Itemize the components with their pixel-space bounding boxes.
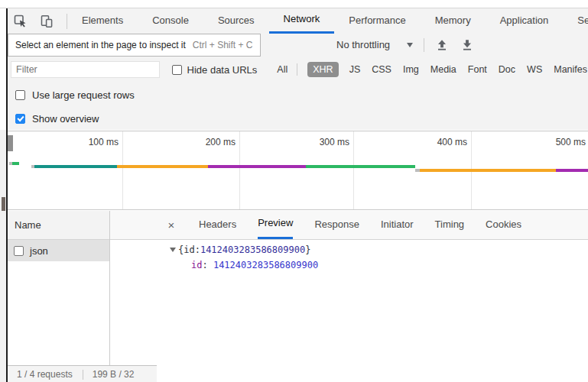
connect-phase-segment [420, 169, 556, 172]
device-toolbar-icon[interactable] [40, 15, 54, 28]
tab-headers[interactable]: Headers [199, 211, 236, 239]
ssl-phase-segment [556, 169, 588, 172]
tooltip-text: Select an element in the page to inspect… [15, 40, 186, 50]
show-overview-label[interactable]: Show overview [32, 113, 99, 125]
hide-data-urls-label[interactable]: Hide data URLs [187, 64, 258, 76]
chevron-down-icon[interactable] [407, 43, 413, 47]
use-large-rows-row: Use large request rows [8, 83, 588, 107]
name-column-header[interactable]: Name [8, 211, 109, 239]
panel-split-border[interactable] [109, 211, 110, 365]
preview-pane: {id: 1412403283586809900} id: 1412403283… [170, 242, 318, 273]
filter-pill-media[interactable]: Media [430, 62, 457, 77]
preview-summary-line: {id: 1412403283586809900} [170, 242, 318, 257]
use-large-request-rows-label[interactable]: Use large request rows [32, 89, 135, 101]
tab-network[interactable]: Network [269, 8, 335, 34]
summary-suffix: } [305, 242, 310, 257]
requests-list: json [8, 240, 109, 261]
preview-property-line[interactable]: id: 1412403283586809900 [170, 257, 318, 273]
pill-separator [297, 63, 297, 76]
property-value: 1412403283586809900 [213, 260, 318, 270]
tab-preview[interactable]: Preview [258, 211, 293, 239]
filter-bar: Hide data URLs All XHR JS CSS Img Media … [8, 56, 588, 84]
overview-bars [8, 131, 588, 209]
wait-phase-segment [12, 162, 19, 165]
show-overview-checkbox[interactable] [15, 114, 25, 124]
summary-value: 1412403283586809900 [200, 242, 305, 257]
panel-header-band: Name × Headers Preview Response Initiato… [8, 211, 588, 240]
request-name: json [30, 245, 48, 257]
filter-pill-ws[interactable]: WS [526, 62, 543, 77]
import-har-icon[interactable] [434, 37, 450, 53]
requests-count: 1 / 4 requests [17, 369, 73, 380]
filter-input[interactable] [11, 61, 160, 78]
network-action-bar: No throttling Select an elem [8, 34, 588, 57]
disclosure-triangle-icon[interactable] [170, 248, 176, 252]
tab-response[interactable]: Response [314, 211, 359, 239]
filter-pill-doc[interactable]: Doc [498, 62, 516, 77]
network-overview-timeline[interactable]: 100 ms 200 ms 300 ms 400 ms 500 ms [8, 131, 588, 210]
devtools-window: Elements Console Sources Network Perform… [0, 0, 588, 382]
tooltip-shortcut: Ctrl + Shift + C [193, 40, 253, 50]
overview-scroll-handle[interactable] [8, 135, 13, 151]
request-row-json[interactable]: json [8, 240, 109, 261]
connect-phase-segment [117, 165, 208, 168]
filter-pill-all[interactable]: All [276, 62, 288, 77]
inspect-tooltip: Select an element in the page to inspect… [8, 34, 261, 57]
throttling-cluster: No throttling [336, 34, 475, 56]
filter-pill-js[interactable]: JS [349, 62, 362, 77]
network-status-bar: 1 / 4 requests 199 B / 32 [8, 365, 157, 382]
filter-pill-css[interactable]: CSS [371, 62, 392, 77]
tab-performance[interactable]: Performance [334, 8, 420, 34]
main-toolbar: Elements Console Sources Network Perform… [8, 8, 588, 34]
tab-console[interactable]: Console [138, 8, 203, 34]
tab-security[interactable]: Se [563, 8, 588, 34]
close-icon[interactable]: × [165, 211, 177, 239]
main-tabs: Elements Console Sources Network Perform… [67, 8, 588, 34]
tab-application[interactable]: Application [486, 8, 564, 34]
property-separator: : [202, 260, 213, 270]
summary-separator: : [195, 242, 200, 257]
tab-initiator[interactable]: Initiator [381, 211, 414, 239]
show-overview-row: Show overview [8, 107, 588, 130]
page-above-devtools [0, 0, 588, 8]
export-har-icon[interactable] [460, 37, 475, 53]
status-separator [83, 370, 83, 380]
filter-pill-xhr[interactable]: XHR [307, 62, 338, 77]
summary-key: id [184, 242, 194, 257]
requests-and-details: Name × Headers Preview Response Initiato… [8, 211, 588, 382]
request-details-tabs: × Headers Preview Response Initiator Tim… [110, 211, 588, 239]
throttling-select[interactable]: No throttling [336, 39, 390, 50]
tab-timing[interactable]: Timing [435, 211, 465, 239]
inspect-element-icon[interactable] [14, 15, 28, 28]
left-margin-strip [0, 130, 6, 382]
wait-phase-segment [306, 165, 415, 168]
resource-type-filters: All XHR JS CSS Img Media Font Doc WS Man… [266, 62, 588, 77]
use-large-request-rows-checkbox[interactable] [15, 90, 25, 100]
devtools-panel: Elements Console Sources Network Perform… [8, 8, 588, 382]
filter-pill-manifest[interactable]: Manifes [553, 62, 588, 77]
hide-data-urls-checkbox[interactable] [172, 65, 182, 75]
tab-sources[interactable]: Sources [203, 8, 269, 34]
action-bar-separator [424, 38, 424, 52]
filter-pill-img[interactable]: Img [402, 62, 420, 77]
dns-phase-segment [34, 165, 117, 168]
ssl-phase-segment [208, 165, 306, 168]
transferred-size: 199 B / 32 [93, 369, 135, 380]
tab-cookies[interactable]: Cookies [486, 211, 521, 239]
property-key: id [191, 260, 202, 270]
tab-memory[interactable]: Memory [421, 8, 486, 34]
summary-prefix: { [178, 242, 184, 257]
request-row-checkbox[interactable] [14, 246, 24, 256]
filter-pill-font[interactable]: Font [467, 62, 488, 77]
page-scrollbar-thumb [2, 197, 5, 211]
tab-elements[interactable]: Elements [67, 8, 138, 34]
